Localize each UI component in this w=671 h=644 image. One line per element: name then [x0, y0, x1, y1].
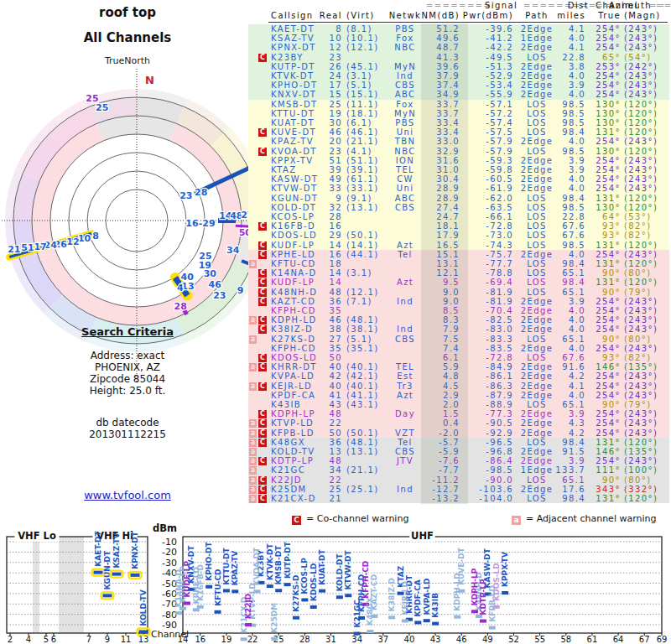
nm-db-cell: 28.9 [418, 194, 460, 203]
uhf-channel-tick: 58 [560, 635, 571, 644]
true-azimuth-cell: 254° [579, 409, 621, 418]
real-channel-cell: 25 [295, 485, 342, 494]
nm-db-cell: 49.6 [418, 34, 460, 43]
uhf-channel-tick: 49 [482, 635, 493, 644]
table-header-rule [268, 22, 668, 23]
nm-db-cell: 9.0 [418, 297, 460, 306]
true-azimuth-cell: 254° [579, 174, 621, 184]
radar-channel-label: 21 [8, 244, 20, 255]
signal-bar [402, 619, 408, 622]
nm-db-cell: 31.0 [418, 165, 460, 174]
real-channel-cell: 49 [295, 174, 342, 184]
co-channel-warning-badge: C [258, 439, 267, 447]
virtual-channel-cell: (6.1) [346, 118, 372, 127]
real-channel-cell: 28 [295, 212, 342, 221]
radar-channel-label: 23 [179, 190, 192, 201]
station-label: KGUN-DT [103, 550, 112, 589]
signal-bar [336, 595, 343, 599]
station-label: KPNX-DT [131, 531, 139, 569]
true-azimuth-cell: 90° [579, 268, 621, 278]
real-channel-cell: 43 [295, 400, 342, 409]
signal-bar [245, 623, 252, 626]
pwr-dbm-cell: -72.8 [460, 353, 513, 362]
co-channel-warning-badge: C [258, 382, 267, 391]
real-channel-cell: 16 [295, 221, 342, 231]
real-channel-cell: 16 [295, 250, 342, 259]
dbm-axis-label: dBm [153, 522, 177, 534]
magn-azimuth-cell: (243°) [624, 156, 658, 165]
station-label: KFPB-LD [488, 585, 497, 622]
signal-bar [139, 630, 148, 633]
station-label: KDPH-LP [471, 568, 479, 605]
nm-db-cell: 32.9 [418, 147, 460, 156]
pwr-dbm-cell: -81.9 [460, 297, 513, 306]
uhf-channel-tick: 16 [195, 635, 205, 644]
magn-azimuth-cell: (243°) [624, 456, 658, 465]
pwr-dbm-cell: -66.1 [460, 212, 513, 221]
nm-db-cell: -12.7 [418, 485, 460, 494]
real-channel-cell: 13 [295, 447, 342, 456]
vhf-lo-title: VHF Lo [18, 530, 56, 542]
pwr-dbm-cell: -52.9 [460, 71, 513, 80]
nm-db-cell: -7.6 [418, 456, 460, 465]
real-channel-cell: 12 [295, 43, 342, 52]
signal-bar [103, 594, 112, 597]
real-channel-cell: 21 [295, 494, 342, 503]
col-header-virt: (Virt) [346, 11, 375, 21]
virtual-channel-cell: (61.1) [346, 174, 378, 184]
pwr-dbm-cell: -57.4 [460, 118, 513, 127]
nm-db-cell: -11.2 [418, 475, 460, 485]
co-channel-warning-badge: C [258, 288, 267, 297]
pwr-dbm-cell: -49.5 [460, 53, 513, 62]
vhf-channel-tick: 7 [86, 635, 91, 644]
virtual-channel-cell: (3.1) [346, 71, 372, 80]
magn-azimuth-cell: (120°) [624, 259, 658, 268]
adjacent-warning-badge: a [249, 429, 257, 438]
virtual-channel-cell: (21.1) [346, 465, 378, 475]
virtual-channel-cell: (40.1) [346, 362, 378, 371]
signal-bar [432, 622, 439, 626]
virtual-channel-cell: (45.1) [346, 62, 378, 71]
plot-title-line1: roof top [27, 5, 228, 20]
virtual-channel-cell: (48.1) [346, 315, 378, 325]
nm-db-cell: 12.1 [418, 268, 460, 278]
virtual-channel-cell: (51.1) [346, 156, 378, 165]
tvfool-link[interactable]: www.tvfool.com [27, 489, 228, 501]
signal-bar [293, 616, 299, 620]
real-channel-cell: 14 [295, 278, 342, 287]
magn-azimuth-cell: (243°) [624, 90, 658, 99]
col-header-nm: NM(dB) [418, 11, 460, 21]
signal-bar [193, 608, 200, 611]
true-azimuth-cell: 254° [579, 456, 621, 465]
station-label: K43IB [431, 593, 440, 618]
uhf-channel-tick: 22 [247, 635, 258, 644]
real-channel-cell: 30 [295, 118, 342, 127]
table-row: aCKTVP-LD220.4-90.52Edge4.3254°(243°) [248, 418, 669, 428]
virtual-channel-cell: (9.1) [346, 194, 372, 203]
radar-channel-label: 51 [21, 242, 34, 253]
magn-azimuth-cell: (120°) [624, 109, 658, 118]
nm-db-cell: 27.4 [418, 203, 460, 212]
uhf-channel-tick: 52 [508, 635, 519, 644]
table-row: aCKDPH-LD46(48.1)8.3-82.52Edge4.0254°(24… [248, 315, 669, 325]
pwr-dbm-cell: -96.8 [460, 447, 513, 456]
adjacent-warning-badge: a [249, 335, 257, 344]
real-channel-cell: 36 [295, 297, 342, 306]
dbm-tick-label: -20 [162, 547, 177, 558]
true-azimuth-cell: 131° [579, 127, 621, 137]
station-label: KVOA-DT [252, 547, 261, 585]
table-row: KPAZ-TV20(21.1)TBN33.0-57.92Edge4.0254°(… [248, 137, 669, 146]
nm-db-cell: 30.4 [418, 174, 460, 184]
nm-db-cell: 9.0 [418, 288, 460, 297]
table-row: K43IB43(43.1)2.0-88.9LOS65.190°(79°) [248, 400, 669, 409]
virtual-channel-cell: (14.1) [346, 241, 378, 250]
db-datecode-value: 201301112215 [27, 428, 228, 440]
magn-azimuth-cell: (243°) [624, 250, 658, 259]
north-compass-label: N [145, 74, 154, 86]
pwr-dbm-cell: -81.9 [460, 288, 513, 297]
radar-channel-label: 34 [226, 245, 240, 256]
magn-azimuth-cell: (53°) [624, 212, 652, 221]
true-azimuth-cell: 65° [579, 53, 621, 62]
true-azimuth-cell: 131° [579, 194, 621, 203]
signal-bar [197, 605, 204, 609]
